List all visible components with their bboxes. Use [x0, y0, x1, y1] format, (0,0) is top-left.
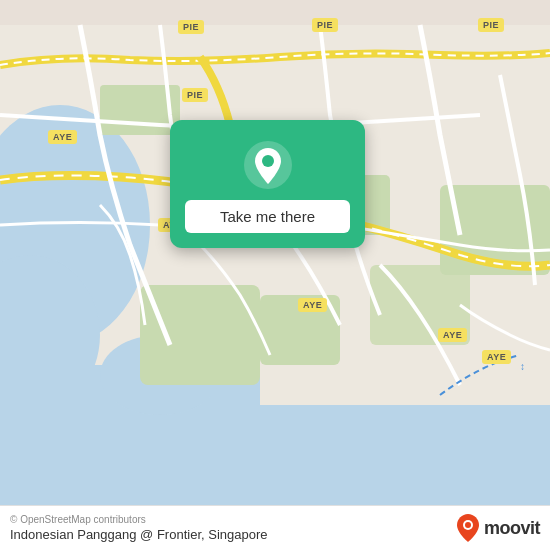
bottom-bar: © OpenStreetMap contributors Indonesian …	[0, 505, 550, 550]
road-label-aye-4: AYE	[438, 328, 467, 342]
location-name: Indonesian Panggang @ Frontier, Singapor…	[10, 527, 268, 542]
road-label-aye-3: AYE	[298, 298, 327, 312]
popup-card: Take me there	[170, 120, 365, 248]
bottom-left-section: © OpenStreetMap contributors Indonesian …	[10, 514, 268, 542]
location-pin-icon	[243, 140, 293, 190]
copyright-text: © OpenStreetMap contributors	[10, 514, 268, 525]
map-container: ↕ PIE PIE PIE PIE AYE AYE AYE AYE AYE Ta…	[0, 0, 550, 550]
take-me-there-button[interactable]: Take me there	[185, 200, 350, 233]
road-label-pie-4: PIE	[182, 88, 208, 102]
road-label-aye-5: AYE	[482, 350, 511, 364]
svg-point-14	[262, 155, 274, 167]
moovit-pin-icon	[457, 514, 479, 542]
road-label-pie-3: PIE	[478, 18, 504, 32]
road-label-aye-1: AYE	[48, 130, 77, 144]
road-label-pie-1: PIE	[178, 20, 204, 34]
svg-point-16	[465, 522, 471, 528]
moovit-text: moovit	[484, 518, 540, 539]
svg-text:↕: ↕	[520, 361, 525, 372]
road-label-pie-2: PIE	[312, 18, 338, 32]
moovit-logo: moovit	[457, 514, 540, 542]
